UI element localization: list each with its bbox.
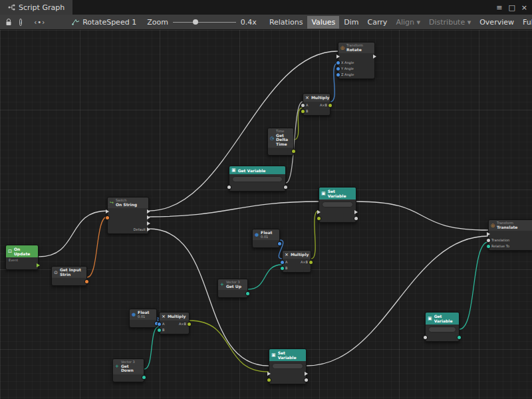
value-port[interactable]: X Angle — [336, 61, 354, 65]
flow-port[interactable] — [487, 232, 491, 236]
node-title: Get Delta Time — [276, 134, 291, 147]
value-port[interactable]: A×B — [320, 103, 332, 107]
variable-name-field[interactable] — [322, 201, 353, 207]
flow-port[interactable] — [303, 372, 308, 376]
input-ports — [106, 209, 110, 231]
node-switch-on-string[interactable]: ↪SwitchOn StringDefault — [107, 197, 149, 234]
node-title: Translate — [497, 225, 517, 230]
node-get-up[interactable]: +Vector 3Get Up — [217, 279, 248, 298]
value-port[interactable]: Z Angle — [336, 72, 354, 76]
value-port[interactable]: B — [301, 109, 308, 113]
node-ports: TranslationRelative To — [489, 231, 532, 250]
value-port[interactable] — [141, 376, 146, 380]
flow-port[interactable] — [372, 55, 376, 59]
output-ports: A×B — [301, 260, 313, 270]
toolbar-button-relations[interactable]: Relations — [265, 16, 307, 29]
value-port[interactable]: B — [281, 266, 287, 270]
value-port[interactable] — [267, 378, 272, 382]
node-set-variable-mid[interactable]: ▣Set Variable — [319, 187, 356, 223]
node-get-down[interactable]: +Vector 3Get Down — [112, 358, 144, 382]
value-port[interactable] — [245, 291, 249, 295]
toolbar-button-full-screen[interactable]: Full Screen — [519, 16, 532, 29]
flow-port[interactable] — [353, 210, 358, 214]
flow-port[interactable] — [106, 209, 110, 213]
zoom-slider[interactable] — [173, 19, 236, 25]
toolbar-button-carry[interactable]: Carry — [364, 16, 392, 29]
value-port[interactable]: Translation — [487, 238, 509, 242]
node-get-variable-mid[interactable]: ▣Get Variable — [229, 166, 286, 192]
value-port[interactable] — [283, 185, 287, 189]
output-ports — [277, 241, 281, 245]
port-dot — [37, 263, 40, 267]
value-port[interactable]: Relative To — [487, 244, 509, 248]
value-port[interactable] — [277, 241, 281, 245]
value-port[interactable]: A — [158, 322, 164, 326]
node-float-low[interactable]: ●Float0.01 — [129, 309, 157, 328]
flow-port[interactable] — [146, 209, 150, 213]
node-get-delta-time[interactable]: ◷TimeGet Delta Time — [267, 128, 294, 156]
node-header: ⊡On Update — [6, 245, 38, 257]
window-close-icon[interactable]: × — [521, 3, 527, 12]
zoom-control: Zoom 0.4x — [147, 18, 257, 27]
flow-port[interactable] — [267, 372, 272, 376]
value-port[interactable] — [456, 335, 461, 339]
zoom-slider-track — [173, 22, 236, 23]
flow-port[interactable] — [146, 215, 150, 219]
tab-script-graph[interactable]: Script Graph — [0, 0, 72, 15]
port-dot — [267, 378, 271, 382]
value-port[interactable] — [303, 378, 308, 382]
port-dot — [336, 61, 340, 65]
toolbar-button-distribute[interactable]: Distribute ▾ — [425, 16, 475, 29]
graph-canvas[interactable]: ⊡On UpdateEvent⊙Get Input Strin↪SwitchOn… — [0, 30, 532, 399]
value-port[interactable]: A — [301, 103, 308, 107]
value-port[interactable]: A×B — [179, 322, 191, 326]
value-port[interactable]: B — [158, 328, 164, 332]
node-float-mid[interactable]: ●Float0.01 — [252, 229, 280, 248]
value-port[interactable] — [424, 335, 428, 339]
node-get-variable-right[interactable]: ▣Get Variable — [425, 312, 460, 342]
node-multiply-low[interactable]: ×MultiplyABA×B — [159, 312, 190, 334]
flow-port[interactable] — [35, 263, 40, 267]
node-get-input-string[interactable]: ⊙Get Input Strin — [51, 266, 87, 286]
zoom-slider-thumb[interactable] — [193, 19, 198, 25]
port-dot — [106, 209, 109, 213]
flow-port[interactable] — [146, 221, 150, 225]
value-port[interactable] — [353, 216, 358, 220]
node-multiply-top[interactable]: ×MultiplyABA×B — [303, 93, 331, 116]
flow-port[interactable] — [317, 210, 322, 214]
variable-name-field[interactable] — [232, 176, 283, 182]
value-port[interactable] — [317, 216, 322, 220]
toolbar-button-align[interactable]: Align ▾ — [392, 16, 424, 29]
variable-name-field[interactable] — [272, 363, 303, 369]
node-multiply-mid[interactable]: ×MultiplyABA×B — [282, 250, 311, 273]
node-set-variable-bottom[interactable]: ▣Set Variable — [269, 348, 307, 384]
node-title: Set Variable — [278, 350, 304, 360]
port-label: Relative To — [491, 244, 509, 248]
value-port[interactable] — [291, 149, 295, 153]
zoom-to-fit-icon[interactable]: ‹•› — [34, 19, 45, 26]
info-icon[interactable]: i — [19, 19, 22, 26]
transform-icon: ◎ — [340, 45, 344, 51]
flow-port[interactable]: Default — [134, 227, 150, 231]
value-port[interactable] — [84, 279, 88, 283]
input-ports: X AngleY AngleZ Angle — [336, 55, 354, 76]
toolbar-button-overview[interactable]: Overview — [475, 16, 518, 29]
value-port[interactable] — [106, 215, 110, 219]
flow-port[interactable] — [336, 55, 341, 59]
toolbar-button-values[interactable]: Values — [307, 16, 339, 29]
node-translate[interactable]: ◎TransformTranslateTranslationRelative T… — [488, 219, 532, 251]
value-port[interactable]: A — [281, 260, 287, 264]
window-menu-icon[interactable]: ≡ — [496, 3, 502, 12]
value-port[interactable]: A×B — [301, 260, 313, 264]
lock-icon[interactable] — [5, 19, 12, 26]
value-port[interactable] — [227, 185, 232, 189]
value-port[interactable]: Y Angle — [336, 66, 354, 70]
port-dot — [301, 104, 305, 107]
window-maximize-icon[interactable]: □ — [508, 3, 515, 12]
node-layer: ⊡On UpdateEvent⊙Get Input Strin↪SwitchOn… — [0, 30, 532, 399]
graph-reference[interactable]: RotateSpeed 1 — [72, 18, 136, 27]
variable-name-field[interactable] — [428, 327, 456, 332]
toolbar-button-dim[interactable]: Dim — [340, 16, 362, 29]
node-on-update[interactable]: ⊡On UpdateEvent — [5, 245, 39, 270]
node-rotate[interactable]: ◎TransformRotateX AngleY AngleZ Angle — [338, 42, 375, 79]
